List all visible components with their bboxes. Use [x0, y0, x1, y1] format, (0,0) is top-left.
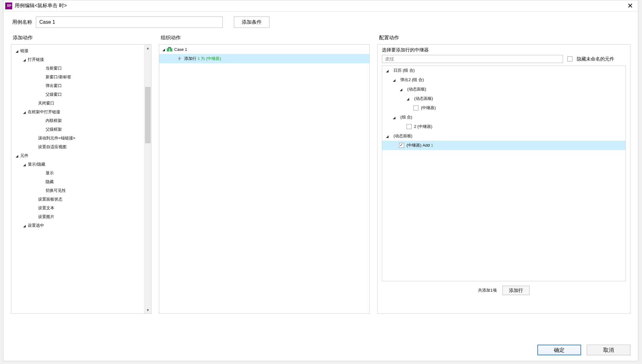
- svg-marker-3: [178, 56, 181, 61]
- tree-leaf-hide[interactable]: 隐藏: [11, 177, 144, 186]
- cancel-button[interactable]: 取消: [587, 345, 630, 355]
- tree-leaf-repeater1[interactable]: (中继器): [382, 103, 625, 113]
- add-condition-button[interactable]: 添加条件: [234, 17, 269, 28]
- case-name-text: Case 1: [174, 47, 187, 52]
- tree-leaf-set-panel-state[interactable]: 设置面板状态: [11, 195, 144, 204]
- scroll-up-icon[interactable]: ▲: [145, 45, 151, 51]
- tree-node-popup2[interactable]: 弹出2 (组 合): [382, 75, 625, 85]
- caret-down-icon: [23, 57, 26, 62]
- add-action-column: 添加动作 链接 打开链接 当前窗口 新窗口/新标签 弹出窗口 父级窗口 关闭窗口…: [11, 31, 151, 314]
- case-node[interactable]: Case 1: [159, 45, 369, 54]
- tree-node-calendar[interactable]: 日历 (组 合): [382, 66, 625, 75]
- tree-leaf-parent-frame[interactable]: 父级框架: [11, 125, 144, 134]
- tree-leaf-set-adaptive[interactable]: 设置自适应视图: [11, 143, 144, 151]
- case-name-row: 用例名称 添加条件: [3, 12, 638, 31]
- ok-button[interactable]: 确定: [537, 345, 581, 355]
- repeater-add-label: (中继器) Add 1: [407, 143, 433, 148]
- search-input[interactable]: [382, 55, 563, 63]
- hide-unnamed-label: 隐藏未命名的元件: [577, 56, 614, 62]
- tree-leaf-parent-window[interactable]: 父级窗口: [11, 90, 144, 99]
- tree-leaf-set-image[interactable]: 设置图片: [11, 212, 144, 221]
- tree-leaf-close-window[interactable]: 关闭窗口: [11, 99, 144, 108]
- caret-down-icon: [393, 115, 395, 120]
- case-name-label: 用例名称: [12, 19, 32, 26]
- tree-leaf-repeater-add-selected[interactable]: (中继器) Add 1: [382, 141, 625, 150]
- action-node-selected[interactable]: 添加行 1 为 (中继器): [159, 54, 369, 63]
- tree-leaf-current-window[interactable]: 当前窗口: [11, 64, 144, 73]
- tree-leaf-show[interactable]: 显示: [11, 169, 144, 177]
- checkbox-icon[interactable]: [413, 105, 418, 110]
- svg-rect-2: [168, 47, 171, 48]
- organize-action-column: 组织动作 Case 1 添加行 1 为 (中继器): [159, 31, 370, 314]
- tree-node-dp3[interactable]: (动态面板): [382, 131, 625, 141]
- case-name-input[interactable]: [36, 17, 223, 28]
- tree-node-widgets[interactable]: 元件: [11, 151, 144, 160]
- add-action-panel: 链接 打开链接 当前窗口 新窗口/新标签 弹出窗口 父级窗口 关闭窗口 在框架中…: [11, 44, 151, 314]
- caret-down-icon: [400, 87, 402, 92]
- caret-down-icon: [23, 223, 26, 228]
- lightning-icon: [177, 56, 182, 61]
- action-tree: 链接 打开链接 当前窗口 新窗口/新标签 弹出窗口 父级窗口 关闭窗口 在框架中…: [11, 45, 151, 232]
- scroll-down-icon[interactable]: ▼: [145, 307, 151, 313]
- add-row-button[interactable]: 添加行: [502, 286, 530, 295]
- tree-leaf-repeater2[interactable]: 2 (中继器): [382, 122, 625, 131]
- tree-leaf-scroll-anchor[interactable]: 滚动到元件<锚链接>: [11, 134, 144, 143]
- scroll-thumb[interactable]: [145, 87, 151, 143]
- caret-down-icon: [23, 110, 26, 114]
- case-icon: [167, 47, 172, 51]
- configure-action-column: 配置动作 选择要添加行的中继器 隐藏未命名的元件 日历 (组 合) 弹出2 (组…: [377, 31, 630, 314]
- tree-leaf-popup-window[interactable]: 弹出窗口: [11, 81, 144, 90]
- caret-down-icon: [16, 153, 18, 158]
- tree-leaf-toggle-visibility[interactable]: 切换可见性: [11, 186, 144, 195]
- config-toolbar: 隐藏未命名的元件: [378, 55, 630, 66]
- caret-down-icon: [386, 134, 388, 138]
- svg-rect-0: [167, 48, 169, 51]
- add-action-title: 添加动作: [11, 31, 151, 44]
- tree-leaf-new-window-tab[interactable]: 新窗口/新标签: [11, 73, 144, 81]
- app-icon: RP: [5, 2, 12, 9]
- dialog-footer: 确定 取消: [537, 345, 630, 355]
- organize-action-panel: Case 1 添加行 1 为 (中继器): [159, 44, 370, 314]
- organize-action-title: 组织动作: [159, 31, 370, 44]
- caret-down-icon: [386, 68, 388, 73]
- caret-down-icon: [16, 49, 18, 53]
- tree-node-dp2[interactable]: (动态面板): [382, 94, 625, 103]
- configure-action-panel: 选择要添加行的中继器 隐藏未命名的元件 日历 (组 合) 弹出2 (组 合) (…: [377, 44, 630, 314]
- caret-down-icon: [407, 96, 409, 101]
- configure-action-title: 配置动作: [377, 31, 630, 44]
- tree-node-show-hide[interactable]: 显示/隐藏: [11, 160, 144, 169]
- checkbox-checked-icon[interactable]: [399, 143, 404, 148]
- scrollbar[interactable]: ▲ ▼: [144, 45, 151, 313]
- config-footer: 共添加1项 添加行: [378, 281, 630, 299]
- tree-node-open-link[interactable]: 打开链接: [11, 55, 144, 64]
- hide-unnamed-checkbox[interactable]: [567, 56, 572, 61]
- window-title: 用例编辑<鼠标单击 时>: [15, 2, 67, 9]
- config-header: 选择要添加行的中继器: [378, 45, 630, 55]
- tree-node-open-in-frame[interactable]: 在框架中打开链接: [11, 108, 144, 116]
- caret-down-icon: [393, 78, 395, 82]
- tree-node-dp1[interactable]: (动态面板): [382, 85, 625, 94]
- action-text: 添加行 1 为 (中继器): [184, 56, 221, 61]
- titlebar: RP 用例编辑<鼠标单击 时> ✕: [3, 0, 638, 12]
- caret-down-icon: [23, 162, 26, 167]
- caret-down-icon: [162, 47, 165, 52]
- tree-leaf-set-text[interactable]: 设置文本: [11, 204, 144, 212]
- tree-leaf-inline-frame[interactable]: 内联框架: [11, 116, 144, 125]
- case-editor-dialog: RP 用例编辑<鼠标单击 时> ✕ 用例名称 添加条件 添加动作 链接 打开链接…: [3, 0, 638, 361]
- tree-node-group2[interactable]: (组 合): [382, 113, 625, 122]
- checkbox-icon[interactable]: [407, 124, 412, 129]
- widget-tree: 日历 (组 合) 弹出2 (组 合) (动态面板) (动态面板) (中继器) (…: [382, 66, 626, 281]
- svg-rect-1: [170, 48, 172, 51]
- tree-node-links[interactable]: 链接: [11, 46, 144, 55]
- tree-node-set-selected[interactable]: 设置选中: [11, 221, 144, 230]
- add-count-text: 共添加1项: [478, 288, 496, 293]
- close-icon[interactable]: ✕: [625, 1, 635, 11]
